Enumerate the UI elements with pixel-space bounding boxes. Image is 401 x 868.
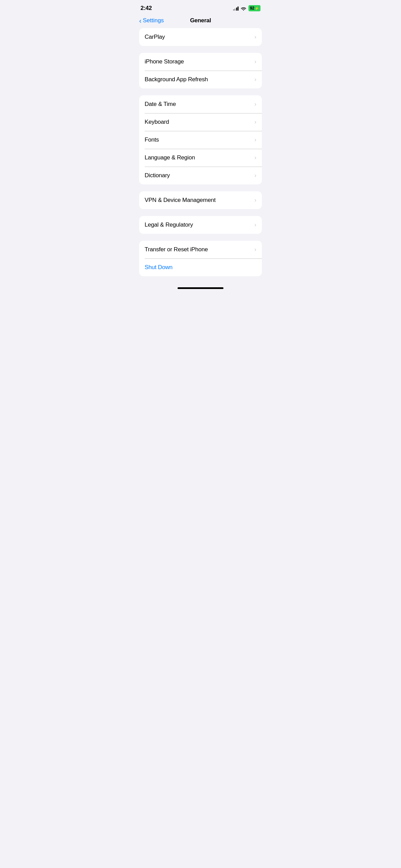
dictionary-chevron-icon: › — [254, 172, 256, 179]
battery-charging-icon: ⚡ — [255, 7, 259, 10]
battery-icon: 92 ⚡ — [248, 5, 260, 11]
signal-icon — [233, 6, 239, 11]
shut-down-row[interactable]: Shut Down — [139, 258, 262, 276]
status-icons: 92 ⚡ — [233, 5, 260, 11]
vpn-device-management-row[interactable]: VPN & Device Management › — [139, 191, 262, 209]
battery-level: 92 — [250, 6, 254, 11]
page-title: General — [190, 17, 211, 24]
back-button[interactable]: ‹ Settings — [139, 17, 164, 24]
legal-regulatory-label: Legal & Regulatory — [145, 221, 193, 228]
background-app-refresh-row[interactable]: Background App Refresh › — [139, 71, 262, 88]
settings-content: CarPlay › iPhone Storage › Background Ap… — [134, 28, 267, 276]
dictionary-label: Dictionary — [145, 172, 170, 179]
status-time: 2:42 — [141, 5, 152, 12]
dictionary-row[interactable]: Dictionary › — [139, 167, 262, 184]
status-bar: 2:42 92 ⚡ — [134, 0, 267, 14]
date-time-label: Date & Time — [145, 101, 176, 108]
date-time-row[interactable]: Date & Time › — [139, 95, 262, 113]
carplay-label: CarPlay — [145, 34, 165, 40]
section-vpn: VPN & Device Management › — [139, 191, 262, 209]
home-bar — [178, 287, 223, 289]
shut-down-label: Shut Down — [145, 264, 172, 271]
fonts-chevron-icon: › — [254, 136, 256, 143]
background-app-refresh-chevron-icon: › — [254, 76, 256, 83]
carplay-row[interactable]: CarPlay › — [139, 28, 262, 46]
date-time-chevron-icon: › — [254, 101, 256, 108]
language-region-chevron-icon: › — [254, 154, 256, 161]
fonts-label: Fonts — [145, 136, 159, 143]
home-indicator — [134, 283, 267, 292]
back-chevron-icon: ‹ — [139, 17, 142, 24]
iphone-storage-row[interactable]: iPhone Storage › — [139, 53, 262, 71]
vpn-device-management-chevron-icon: › — [254, 197, 256, 204]
keyboard-chevron-icon: › — [254, 119, 256, 125]
transfer-reset-chevron-icon: › — [254, 246, 256, 253]
transfer-reset-row[interactable]: Transfer or Reset iPhone › — [139, 241, 262, 258]
back-label: Settings — [143, 17, 164, 24]
keyboard-row[interactable]: Keyboard › — [139, 113, 262, 131]
section-storage-refresh: iPhone Storage › Background App Refresh … — [139, 53, 262, 88]
legal-regulatory-chevron-icon: › — [254, 221, 256, 228]
section-reset: Transfer or Reset iPhone › Shut Down — [139, 241, 262, 276]
legal-regulatory-row[interactable]: Legal & Regulatory › — [139, 216, 262, 234]
language-region-row[interactable]: Language & Region › — [139, 149, 262, 167]
section-partial: CarPlay › — [139, 28, 262, 46]
carplay-chevron-icon: › — [254, 34, 256, 40]
keyboard-label: Keyboard — [145, 119, 169, 125]
fonts-row[interactable]: Fonts › — [139, 131, 262, 149]
language-region-label: Language & Region — [145, 154, 195, 161]
section-legal: Legal & Regulatory › — [139, 216, 262, 234]
transfer-reset-label: Transfer or Reset iPhone — [145, 246, 208, 253]
navigation-bar: ‹ Settings General — [134, 14, 267, 28]
background-app-refresh-label: Background App Refresh — [145, 76, 208, 83]
iphone-storage-label: iPhone Storage — [145, 58, 184, 65]
wifi-icon — [241, 6, 246, 11]
iphone-storage-chevron-icon: › — [254, 58, 256, 65]
vpn-device-management-label: VPN & Device Management — [145, 197, 216, 204]
section-locale: Date & Time › Keyboard › Fonts › Languag… — [139, 95, 262, 184]
